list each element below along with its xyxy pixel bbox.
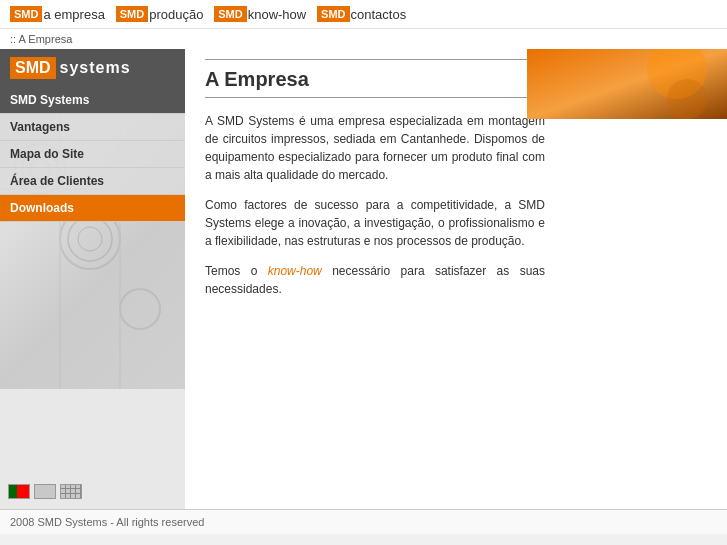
svg-point-13: [667, 79, 707, 119]
nav-item-producao[interactable]: produção: [149, 7, 214, 22]
sidebar-logo-smd: SMD: [10, 57, 56, 79]
know-how-text: know-how: [268, 264, 322, 278]
sidebar-item-vantagens[interactable]: Vantagens: [0, 114, 185, 141]
flag-brazil[interactable]: [34, 484, 56, 499]
flag-uk[interactable]: [60, 484, 82, 499]
main-wrapper: SMD systems SMD Systems: [0, 49, 727, 509]
sidebar-logo: SMD systems: [0, 49, 185, 87]
content-header-decoration: [527, 49, 727, 119]
content-divider-title: [205, 97, 556, 98]
nav-smd-prefix-2: SMD: [214, 6, 246, 22]
top-navigation: SMD a empresa SMD produção SMD know-how …: [0, 0, 727, 29]
paragraph-3: Temos o know-how necessário para satisfa…: [205, 262, 545, 298]
nav-smd-prefix-1: SMD: [116, 6, 148, 22]
nav-item-knowhow[interactable]: know-how: [248, 7, 317, 22]
sidebar-item-area-de-clientes[interactable]: Área de Clientes: [0, 168, 185, 195]
paragraph-1: A SMD Systems é uma empresa especializad…: [205, 112, 545, 184]
flag-portugal[interactable]: [8, 484, 30, 499]
footer-text: 2008 SMD Systems - All rights reserved: [10, 516, 204, 528]
breadcrumb: :: A Empresa: [0, 29, 727, 49]
footer: 2008 SMD Systems - All rights reserved: [0, 509, 727, 534]
content-area: A Empresa A SMD Systems é uma empresa es…: [185, 49, 727, 509]
sidebar-nav: SMD Systems Vantagens Mapa do Site Área …: [0, 87, 185, 222]
sidebar-item-mapa-do-site[interactable]: Mapa do Site: [0, 141, 185, 168]
sidebar-item-downloads[interactable]: Downloads: [0, 195, 185, 222]
nav-item-empresa[interactable]: a empresa: [43, 7, 115, 22]
nav-logo[interactable]: SMD: [10, 6, 42, 22]
paragraph-2: Como factores de sucesso para a competit…: [205, 196, 545, 250]
svg-point-6: [120, 289, 160, 329]
svg-point-5: [78, 227, 102, 251]
sidebar-item-smd-systems[interactable]: SMD Systems: [0, 87, 185, 114]
nav-smd-prefix-3: SMD: [317, 6, 349, 22]
content-divider-top: [205, 59, 556, 60]
sidebar: SMD systems SMD Systems: [0, 49, 185, 509]
svg-point-4: [68, 217, 112, 261]
sidebar-logo-text: systems: [60, 59, 131, 77]
nav-item-contactos[interactable]: contactos: [351, 7, 407, 22]
language-flags: [8, 484, 82, 499]
content-body: A SMD Systems é uma empresa especializad…: [205, 112, 545, 298]
